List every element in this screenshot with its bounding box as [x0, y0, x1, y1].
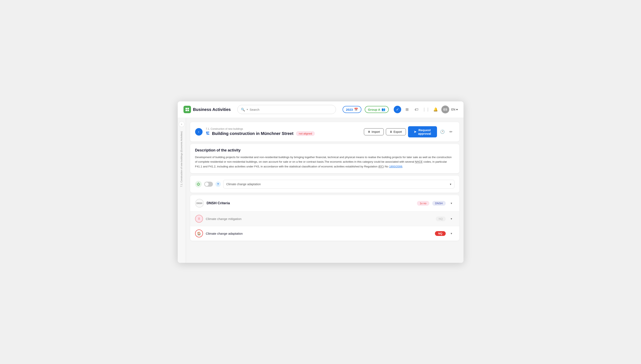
activity-info: 7.1. Construction of new buildings 🏗 Bui… [206, 128, 361, 136]
criteria-item-adaptation[interactable]: 🏠 Climate change adaptation NQ ▾ [190, 226, 459, 241]
check-icon-button[interactable]: ✓ [394, 106, 401, 113]
criteria-count-badge: 1x no [417, 201, 429, 206]
objective-dropdown[interactable]: Climate change adaptation ▾ [223, 180, 454, 188]
export-icon: ⬇ [390, 130, 392, 134]
activity-header-card: ‹ 7.1. Construction of new buildings 🏗 B… [190, 122, 459, 142]
header-actions: ⬆ Import ⬇ Export ➤ Request approval 🕐 ✏ [364, 126, 454, 138]
ec-abbr: EC [379, 165, 383, 168]
power-icon: ⏻ [195, 181, 202, 188]
edit-icon-button[interactable]: ✏ [448, 128, 454, 135]
adaptation-label: Climate change adaptation [206, 232, 432, 235]
toggle-switch[interactable] [204, 182, 213, 187]
tag-icon-button[interactable]: 🏷 [413, 106, 420, 113]
hierarchy-icon-button[interactable]: ⋮⋮ [422, 106, 430, 113]
activity-type-icon: 🏗 [206, 132, 210, 136]
history-icon-button[interactable]: 🕐 [439, 128, 446, 135]
request-approval-button[interactable]: ➤ Request approval [408, 126, 437, 138]
year-badge[interactable]: 2023 📅 [343, 106, 361, 113]
import-button[interactable]: ⬆ Import [364, 128, 384, 135]
help-icon[interactable]: ? [215, 182, 221, 187]
svg-rect-2 [185, 110, 187, 111]
search-icon: 🔍 [241, 108, 245, 112]
search-input[interactable] [249, 108, 333, 111]
logo-icon [183, 106, 191, 113]
avatar[interactable]: ES [441, 106, 449, 114]
content-area: ‹ 7.1. Construction of new buildings 🏗 B… [186, 118, 464, 263]
description-text: Development of building projects for res… [195, 155, 454, 169]
export-button[interactable]: ⬇ Export [386, 128, 406, 135]
sidebar-label: 7.1. Construction of new buildings (Econ… [180, 131, 183, 187]
dropdown-value: Climate change adaptation [226, 182, 261, 186]
dnsh-circle-icon: DNSH [195, 199, 204, 208]
criteria-item-mitigation[interactable]: ⏸ Climate change mitigation NQ ▾ [190, 211, 459, 226]
export-label: Export [394, 130, 402, 134]
app-header: Business Activities 🔍 ▾ 2023 📅 Group A 👥… [178, 102, 464, 118]
activity-name: Building construction in Münchner Street [212, 131, 293, 136]
status-badge: not aligned [296, 131, 315, 136]
header-icons: ✓ ⊞ 🏷 ⋮⋮ 🔔 ES EN ▾ [394, 106, 458, 114]
adaptation-badge: NQ [435, 231, 446, 236]
criteria-title: DNSH Criteria [207, 201, 414, 205]
sidebar: › 7.1. Construction of new buildings (Ec… [178, 118, 186, 263]
back-button[interactable]: ‹ [195, 128, 203, 136]
lang-chevron-icon: ▾ [456, 108, 458, 111]
criteria-type-badge: DNSH [432, 201, 446, 206]
criteria-expand-button[interactable]: ▾ [449, 200, 454, 206]
criteria-section: DNSH DNSH Criteria 1x no DNSH ▾ ⏸ Climat… [190, 195, 459, 241]
import-label: Import [372, 130, 380, 134]
language-selector[interactable]: EN ▾ [451, 108, 458, 111]
search-wrapper: 🔍 ▾ [237, 105, 336, 114]
group-value: Group A [368, 108, 380, 111]
import-icon: ⬆ [368, 130, 370, 134]
people-icon: 👥 [382, 108, 386, 111]
lang-label: EN [451, 108, 455, 111]
app-title: Business Activities [193, 107, 231, 112]
description-card: Description of the activity Development … [190, 144, 459, 174]
send-icon: ➤ [414, 130, 417, 134]
adaptation-expand-button[interactable]: ▾ [449, 230, 454, 236]
table-icon-button[interactable]: ⊞ [403, 106, 411, 113]
activity-subtitle: 7.1. Construction of new buildings [206, 128, 361, 130]
controls-card: ⏻ ? Climate change adaptation ▾ [190, 176, 459, 193]
group-badge[interactable]: Group A 👥 [365, 106, 389, 113]
logo-area: Business Activities [183, 106, 231, 113]
request-label: Request approval [418, 128, 431, 135]
bell-icon-button[interactable]: 🔔 [432, 106, 439, 113]
mitigation-label: Climate change mitigation [206, 217, 433, 220]
svg-rect-3 [187, 110, 189, 111]
activity-title-row: 🏗 Building construction in Münchner Stre… [206, 131, 361, 136]
mitigation-badge: NQ [436, 216, 446, 221]
search-box[interactable]: 🔍 ▾ [237, 105, 336, 114]
dropdown-chevron-icon: ▾ [450, 182, 451, 186]
search-dropdown-arrow[interactable]: ▾ [247, 108, 248, 111]
mitigation-expand-button[interactable]: ▾ [449, 216, 454, 222]
svg-rect-1 [187, 108, 189, 109]
regulation-link[interactable]: 1893/2006 [389, 165, 402, 168]
main-layout: › 7.1. Construction of new buildings (Ec… [178, 118, 464, 263]
year-value: 2023 [346, 108, 353, 111]
sidebar-toggle[interactable]: › [179, 121, 185, 127]
mitigation-icon: ⏸ [195, 215, 203, 223]
nace-abbr: NACE [415, 160, 423, 163]
svg-rect-0 [185, 108, 187, 109]
description-heading: Description of the activity [195, 148, 454, 152]
calendar-icon: 📅 [354, 108, 358, 111]
adaptation-icon: 🏠 [195, 230, 203, 237]
criteria-header: DNSH DNSH Criteria 1x no DNSH ▾ [190, 195, 459, 211]
